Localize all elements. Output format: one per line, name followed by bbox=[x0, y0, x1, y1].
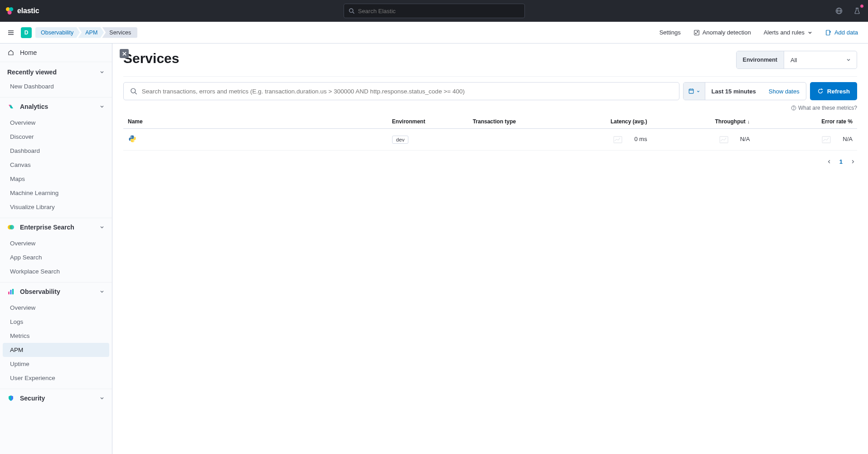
global-search-box[interactable] bbox=[344, 4, 525, 18]
chevron-down-icon bbox=[696, 89, 700, 93]
main-content: Services Environment All Last 15 minu bbox=[112, 44, 868, 454]
add-data-label: Add data bbox=[834, 29, 858, 36]
environment-value: All bbox=[790, 57, 797, 63]
svg-rect-29 bbox=[689, 89, 693, 93]
cell-error-rate: N/A bbox=[754, 129, 857, 151]
svg-rect-24 bbox=[12, 289, 14, 294]
sparkline-placeholder-icon bbox=[719, 136, 728, 143]
nav-item-overview[interactable]: Overview bbox=[3, 236, 109, 250]
page-prev[interactable] bbox=[825, 157, 834, 166]
settings-link[interactable]: Settings bbox=[655, 25, 685, 39]
chevron-down-icon bbox=[846, 57, 851, 63]
nav-group-label: Observability bbox=[20, 288, 94, 295]
space-selector[interactable]: D bbox=[21, 27, 32, 38]
environment-filter-label: Environment bbox=[737, 51, 784, 68]
svg-rect-23 bbox=[10, 290, 12, 294]
header-actions bbox=[834, 5, 863, 16]
security-icon bbox=[7, 395, 15, 402]
col-error-rate[interactable]: Error rate % bbox=[754, 115, 857, 129]
home-label: Home bbox=[20, 49, 37, 56]
secondary-nav: D Observability APM Services Settings An… bbox=[0, 22, 868, 44]
sparkline-placeholder-icon bbox=[822, 136, 831, 143]
nav-item-app-search[interactable]: App Search bbox=[3, 250, 109, 264]
nav-group-analytics[interactable]: Analytics bbox=[0, 98, 112, 116]
svg-point-14 bbox=[697, 31, 698, 32]
nav-item-apm[interactable]: APM bbox=[3, 343, 109, 357]
recent-item[interactable]: New Dashboard bbox=[3, 79, 109, 93]
col-throughput-label: Throughput bbox=[715, 118, 746, 125]
svg-point-35 bbox=[131, 136, 132, 137]
brand-name: elastic bbox=[17, 7, 39, 15]
recently-viewed-header[interactable]: Recently viewed bbox=[0, 62, 112, 79]
pagination: 1 bbox=[123, 157, 857, 166]
refresh-icon bbox=[817, 88, 824, 94]
nav-item-discover[interactable]: Discover bbox=[3, 130, 109, 144]
breadcrumb-observability[interactable]: Observability bbox=[35, 27, 80, 38]
beaker-icon bbox=[853, 7, 861, 15]
nav-item-logs[interactable]: Logs bbox=[3, 315, 109, 329]
beaker-button[interactable] bbox=[852, 5, 863, 16]
anomaly-icon bbox=[693, 29, 700, 36]
nav-item-dashboard[interactable]: Dashboard bbox=[3, 144, 109, 158]
svg-point-27 bbox=[131, 88, 136, 93]
date-picker: Last 15 minutes Show dates bbox=[683, 82, 806, 100]
col-latency[interactable]: Latency (avg.) bbox=[549, 115, 652, 129]
chevron-down-icon bbox=[99, 69, 105, 75]
refresh-button[interactable]: Refresh bbox=[810, 82, 857, 100]
add-data-link[interactable]: Add data bbox=[821, 25, 863, 39]
chevron-down-icon bbox=[99, 104, 105, 109]
col-transaction-type[interactable]: Transaction type bbox=[468, 115, 549, 129]
home-link[interactable]: Home bbox=[0, 44, 112, 62]
nav-item-user-experience[interactable]: User Experience bbox=[3, 371, 109, 385]
alerts-rules-link[interactable]: Alerts and rules bbox=[759, 25, 817, 39]
breadcrumb-services[interactable]: Services bbox=[102, 27, 137, 38]
nav-item-overview[interactable]: Overview bbox=[3, 301, 109, 315]
cell-environment: dev bbox=[388, 129, 468, 151]
col-name[interactable]: Name bbox=[123, 115, 388, 129]
col-environment[interactable]: Environment bbox=[388, 115, 468, 129]
query-input[interactable] bbox=[142, 88, 673, 95]
alerts-rules-label: Alerts and rules bbox=[764, 29, 805, 36]
svg-line-28 bbox=[135, 93, 137, 94]
nav-item-maps[interactable]: Maps bbox=[3, 172, 109, 186]
metrics-help-row: What are these metrics? bbox=[123, 105, 857, 112]
query-search[interactable] bbox=[123, 82, 679, 100]
nav-group-security[interactable]: Security bbox=[0, 389, 112, 407]
observability-icon bbox=[7, 288, 15, 295]
nav-group-observability[interactable]: Observability bbox=[0, 283, 112, 301]
close-button[interactable] bbox=[120, 49, 129, 58]
nav-item-canvas[interactable]: Canvas bbox=[3, 158, 109, 172]
page-header: Services Environment All bbox=[123, 51, 857, 77]
show-dates-link[interactable]: Show dates bbox=[762, 83, 806, 100]
table-row[interactable]: dev0 msN/AN/A bbox=[123, 129, 857, 151]
environment-select[interactable]: All bbox=[784, 51, 857, 68]
col-throughput[interactable]: Throughput↓ bbox=[652, 115, 755, 129]
svg-rect-15 bbox=[826, 30, 830, 35]
nav-item-uptime[interactable]: Uptime bbox=[3, 357, 109, 371]
brand-logo[interactable]: elastic bbox=[5, 7, 39, 15]
chevron-down-icon bbox=[99, 395, 105, 401]
search-icon bbox=[130, 88, 137, 95]
filter-bar: Last 15 minutes Show dates Refresh bbox=[123, 82, 857, 100]
date-quick-select[interactable] bbox=[684, 83, 705, 100]
cell-latency: 0 ms bbox=[549, 129, 652, 151]
nav-item-visualize-library[interactable]: Visualize Library bbox=[3, 200, 109, 214]
nav-item-overview[interactable]: Overview bbox=[3, 116, 109, 130]
svg-point-36 bbox=[133, 141, 134, 142]
nav-item-workplace-search[interactable]: Workplace Search bbox=[3, 264, 109, 278]
nav-item-machine-learning[interactable]: Machine Learning bbox=[3, 186, 109, 200]
date-range-text[interactable]: Last 15 minutes bbox=[705, 83, 762, 100]
nav-group-enterprise-search[interactable]: Enterprise Search bbox=[0, 218, 112, 236]
breadcrumbs: Observability APM Services bbox=[35, 27, 137, 38]
global-search-input[interactable] bbox=[358, 8, 520, 15]
metrics-help-link[interactable]: What are these metrics? bbox=[791, 105, 857, 111]
breadcrumb-apm[interactable]: APM bbox=[78, 27, 104, 38]
nav-item-metrics[interactable]: Metrics bbox=[3, 329, 109, 343]
anomaly-detection-label: Anomaly detection bbox=[703, 29, 751, 36]
page-next[interactable] bbox=[848, 157, 857, 166]
menu-icon bbox=[7, 29, 15, 36]
anomaly-detection-link[interactable]: Anomaly detection bbox=[689, 25, 756, 39]
nav-toggle[interactable] bbox=[5, 27, 16, 38]
page-current[interactable]: 1 bbox=[837, 158, 845, 165]
newsfeed-button[interactable] bbox=[834, 5, 844, 16]
